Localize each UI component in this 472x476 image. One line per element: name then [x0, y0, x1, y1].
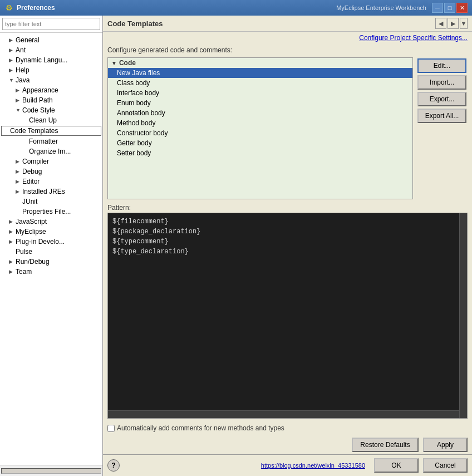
window-controls: ─ □ ✕: [432, 3, 468, 13]
auto-comments-label: Automatically add comments for new metho…: [117, 424, 284, 432]
edit-button[interactable]: Edit...: [417, 58, 466, 73]
nav-back-button[interactable]: ◀: [435, 18, 446, 29]
arrow-debug: [16, 169, 22, 174]
help-icon[interactable]: ?: [107, 459, 120, 472]
arrow-run-debug: [9, 259, 16, 264]
minimize-button[interactable]: ─: [432, 3, 443, 13]
pattern-area: Pattern: ${filecomment} ${package_declar…: [103, 202, 472, 421]
sidebar-label-debug: Debug: [22, 168, 42, 175]
sidebar-item-debug[interactable]: Debug: [0, 166, 102, 176]
template-item-interface-body[interactable]: Interface body: [108, 88, 412, 98]
sidebar-label-java: Java: [16, 76, 30, 84]
cancel-button[interactable]: Cancel: [423, 458, 468, 473]
arrow-java: [9, 77, 16, 83]
main-container: General Ant Dynamic Langu... Help: [0, 16, 472, 476]
sidebar-item-java[interactable]: Java: [0, 75, 102, 85]
pattern-editor[interactable]: ${filecomment} ${package_declaration} ${…: [107, 213, 468, 419]
sidebar-item-pulse[interactable]: Pulse: [0, 247, 102, 257]
template-label-new-java-files: New Java files: [117, 69, 160, 77]
arrow-help: [9, 67, 16, 73]
restore-defaults-button[interactable]: Restore Defaults: [352, 438, 419, 452]
sidebar-item-general[interactable]: General: [0, 35, 102, 45]
sidebar-item-junit[interactable]: JUnit: [0, 197, 102, 207]
export-button[interactable]: Export...: [417, 92, 466, 106]
sidebar-item-javascript[interactable]: JavaScript: [0, 217, 102, 227]
code-templates-panel: Configure Project Specific Settings... C…: [103, 32, 472, 476]
template-item-getter-body[interactable]: Getter body: [108, 138, 412, 148]
template-category-code[interactable]: ▼ Code: [108, 58, 412, 68]
arrow-editor: [16, 179, 22, 184]
template-item-constructor-body[interactable]: Constructor body: [108, 128, 412, 138]
maximize-button[interactable]: □: [444, 3, 455, 13]
filter-box: [0, 16, 102, 33]
sidebar-item-run-debug[interactable]: Run/Debug: [0, 257, 102, 267]
arrow-build-path: [16, 97, 22, 103]
nav-forward-button[interactable]: ▶: [448, 18, 459, 29]
sidebar-label-team: Team: [16, 268, 32, 276]
close-button[interactable]: ✕: [456, 3, 468, 13]
sidebar-item-code-style[interactable]: Code Style: [0, 105, 102, 115]
templates-tree: ▼ Code New Java files Class body: [107, 57, 413, 199]
sidebar-item-properties-files[interactable]: Properties File...: [0, 207, 102, 217]
sidebar-item-plugin-dev[interactable]: Plug-in Develo...: [0, 237, 102, 247]
sidebar-item-code-templates[interactable]: Code Templates: [1, 126, 101, 136]
configure-description: Configure generated code and comments:: [103, 44, 472, 55]
app-icon: ⚙: [4, 3, 13, 12]
filter-input[interactable]: [2, 18, 100, 30]
template-label-interface-body: Interface body: [117, 89, 159, 97]
sidebar-label-help: Help: [16, 66, 30, 74]
sidebar-item-ant[interactable]: Ant: [0, 45, 102, 55]
sidebar-item-clean-up[interactable]: Clean Up: [0, 115, 102, 125]
template-item-class-body[interactable]: Class body: [108, 78, 412, 88]
sidebar-item-installed-jres[interactable]: Installed JREs: [0, 187, 102, 197]
sidebar-item-editor[interactable]: Editor: [0, 176, 102, 187]
sidebar-label-dynamic: Dynamic Langu...: [16, 56, 67, 64]
pattern-vscroll[interactable]: [459, 213, 467, 418]
bottom-buttons-right: https://blog.csdn.net/weixin_45331580 OK…: [261, 458, 468, 473]
apply-button[interactable]: Apply: [423, 438, 468, 452]
template-item-new-java-files[interactable]: New Java files: [108, 68, 412, 78]
configure-link[interactable]: Configure Project Specific Settings...: [103, 32, 472, 44]
sidebar-item-dynamic-lang[interactable]: Dynamic Langu...: [0, 55, 102, 65]
sidebar-label-properties: Properties File...: [22, 208, 71, 215]
sidebar-label-organize: Organize Im...: [29, 148, 71, 155]
sidebar-item-appearance[interactable]: Appearance: [0, 85, 102, 95]
sidebar-label-junit: JUnit: [22, 198, 37, 205]
arrow-compiler: [16, 159, 22, 164]
template-label-constructor-body: Constructor body: [117, 129, 168, 137]
panel-title: Code Templates: [107, 19, 163, 28]
import-button[interactable]: Import...: [417, 75, 466, 90]
templates-area: ▼ Code New Java files Class body: [103, 55, 472, 202]
nav-dropdown-button[interactable]: ▼: [460, 18, 468, 29]
template-item-enum-body[interactable]: Enum body: [108, 98, 412, 108]
arrow-plugin-dev: [9, 239, 16, 244]
sidebar-item-compiler[interactable]: Compiler: [0, 156, 102, 166]
window-title: Preferences: [17, 4, 336, 12]
template-item-annotation-body[interactable]: Annotation body: [108, 108, 412, 118]
sidebar-hscroll[interactable]: [1, 468, 101, 474]
sidebar-label-build-path: Build Path: [22, 96, 53, 104]
sidebar-label-javascript: JavaScript: [16, 218, 47, 225]
sidebar-tree: General Ant Dynamic Langu... Help: [0, 33, 102, 465]
pattern-hscroll[interactable]: [108, 410, 459, 418]
arrow-team: [9, 269, 16, 274]
sidebar-item-help[interactable]: Help: [0, 65, 102, 75]
sidebar-label-code-style: Code Style: [22, 106, 55, 114]
auto-comments-checkbox[interactable]: [107, 425, 115, 432]
arrow-code-style: [16, 107, 22, 113]
export-all-button[interactable]: Export All...: [417, 109, 466, 123]
arrow-appearance: [16, 87, 22, 93]
template-item-setter-body[interactable]: Setter body: [108, 148, 412, 158]
sidebar-item-myeclipse[interactable]: MyEclipse: [0, 227, 102, 237]
window-subtitle: MyEclipse Enterprise Workbench: [336, 4, 426, 11]
sidebar-label-ant: Ant: [16, 46, 26, 54]
arrow-installed-jres: [16, 189, 22, 194]
sidebar-item-team[interactable]: Team: [0, 267, 102, 277]
template-item-method-body[interactable]: Method body: [108, 118, 412, 128]
sidebar-item-organize-imports[interactable]: Organize Im...: [0, 146, 102, 156]
sidebar-item-build-path[interactable]: Build Path: [0, 95, 102, 105]
footer-link[interactable]: https://blog.csdn.net/weixin_45331580: [261, 462, 365, 469]
ok-button[interactable]: OK: [374, 458, 419, 473]
sidebar-item-formatter[interactable]: Formatter: [0, 136, 102, 146]
templates-buttons: Edit... Import... Export... Export All..…: [417, 57, 468, 199]
